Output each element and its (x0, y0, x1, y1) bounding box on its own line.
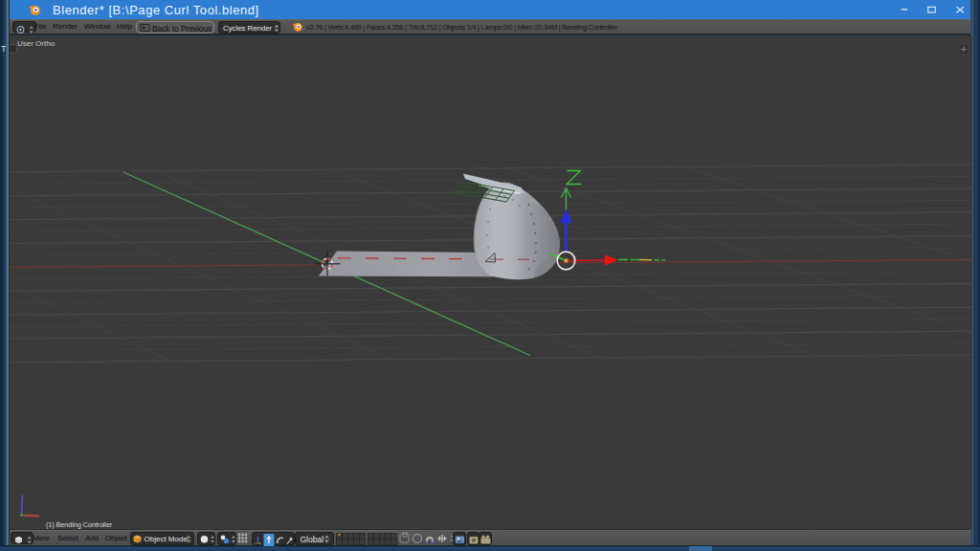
svg-text:User Ortho: User Ortho (17, 39, 56, 48)
svg-text:(1) Bending Controller: (1) Bending Controller (46, 520, 113, 529)
